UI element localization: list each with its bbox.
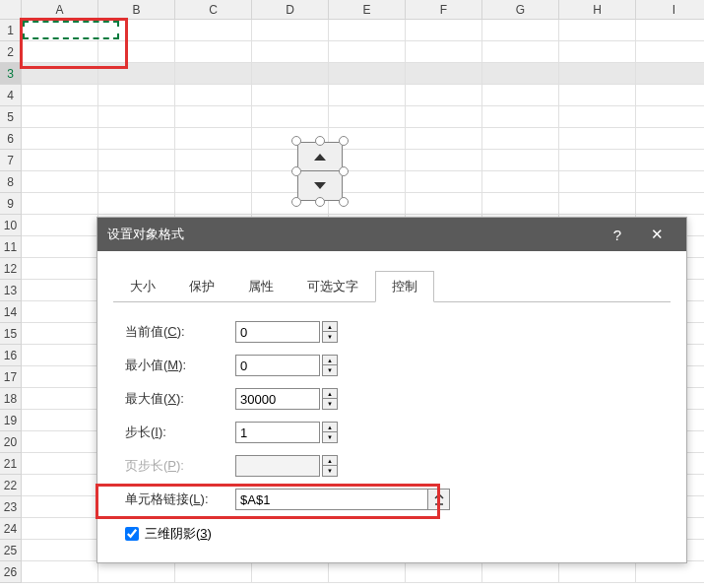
row-header[interactable]: 1 (0, 20, 22, 41)
cell[interactable] (22, 366, 98, 388)
cell[interactable] (482, 171, 559, 193)
resize-handle[interactable] (339, 197, 349, 207)
cell[interactable] (22, 561, 98, 583)
cell[interactable] (406, 106, 482, 128)
cell[interactable] (98, 193, 175, 215)
cell[interactable] (22, 150, 98, 171)
cell[interactable] (482, 561, 559, 583)
cell[interactable] (559, 150, 636, 171)
column-header[interactable]: E (329, 0, 406, 20)
cell[interactable] (175, 41, 252, 63)
row-header[interactable]: 11 (0, 236, 22, 258)
spin-up-icon[interactable]: ▲ (322, 321, 338, 332)
row-header[interactable]: 18 (0, 388, 22, 410)
help-button[interactable]: ? (598, 218, 637, 251)
cell[interactable] (22, 193, 98, 215)
cell[interactable] (636, 150, 704, 171)
row-header[interactable]: 21 (0, 453, 22, 475)
spin-up-icon[interactable]: ▲ (322, 422, 338, 432)
column-header[interactable]: C (175, 0, 252, 20)
spin-down-icon[interactable]: ▼ (322, 432, 338, 443)
cell[interactable] (98, 20, 175, 41)
cell[interactable] (636, 41, 704, 63)
cell[interactable] (22, 518, 98, 540)
column-header[interactable]: F (406, 0, 482, 20)
spinner-up-button[interactable] (297, 142, 343, 171)
cell[interactable] (22, 85, 98, 106)
row-header[interactable]: 22 (0, 475, 22, 496)
row-header[interactable]: 15 (0, 323, 22, 345)
cell[interactable] (22, 215, 98, 236)
cell[interactable] (22, 301, 98, 323)
cell[interactable] (406, 150, 482, 171)
cell[interactable] (406, 63, 482, 85)
cell[interactable] (175, 106, 252, 128)
tab-properties[interactable]: 属性 (231, 271, 290, 302)
cell[interactable] (22, 453, 98, 475)
cell[interactable] (175, 128, 252, 150)
cell[interactable] (636, 63, 704, 85)
column-header[interactable]: H (559, 0, 636, 20)
current-value-input[interactable] (235, 321, 320, 343)
resize-handle[interactable] (291, 136, 301, 146)
resize-handle[interactable] (315, 136, 325, 146)
spin-down-icon[interactable]: ▼ (322, 399, 338, 410)
tab-size[interactable]: 大小 (113, 271, 172, 302)
cell[interactable] (175, 150, 252, 171)
cell[interactable] (22, 496, 98, 518)
row-header[interactable]: 7 (0, 150, 22, 171)
cell[interactable] (22, 63, 98, 85)
cell[interactable] (482, 150, 559, 171)
column-header[interactable]: I (636, 0, 704, 20)
cell[interactable] (22, 388, 98, 410)
resize-handle[interactable] (291, 197, 301, 207)
cell[interactable] (406, 193, 482, 215)
range-selector-button[interactable] (428, 489, 450, 510)
cell[interactable] (406, 171, 482, 193)
cell[interactable] (482, 106, 559, 128)
cell[interactable] (22, 258, 98, 280)
cell[interactable] (482, 63, 559, 85)
cell[interactable] (98, 63, 175, 85)
cell[interactable] (636, 106, 704, 128)
cell[interactable] (636, 171, 704, 193)
cell[interactable] (406, 41, 482, 63)
row-header[interactable]: 4 (0, 85, 22, 106)
row-header[interactable]: 2 (0, 41, 22, 63)
cell[interactable] (406, 85, 482, 106)
resize-handle[interactable] (339, 166, 349, 176)
cell[interactable] (22, 345, 98, 366)
cell[interactable] (406, 561, 482, 583)
dialog-titlebar[interactable]: 设置对象格式 ? ✕ (97, 218, 686, 251)
cell[interactable] (175, 561, 252, 583)
step-value-input[interactable] (235, 422, 320, 443)
cell[interactable] (482, 20, 559, 41)
row-header[interactable]: 17 (0, 366, 22, 388)
cell[interactable] (482, 193, 559, 215)
cell[interactable] (329, 106, 406, 128)
row-header[interactable]: 25 (0, 540, 22, 561)
max-value-input[interactable] (235, 388, 320, 410)
row-header[interactable]: 26 (0, 561, 22, 583)
cell[interactable] (636, 193, 704, 215)
cell[interactable] (636, 85, 704, 106)
spin-up-icon[interactable]: ▲ (322, 355, 338, 365)
tab-alttext[interactable]: 可选文字 (290, 271, 375, 302)
min-value-input[interactable] (235, 355, 320, 376)
cell[interactable] (22, 106, 98, 128)
row-header[interactable]: 16 (0, 345, 22, 366)
cell[interactable] (559, 128, 636, 150)
resize-handle[interactable] (291, 166, 301, 176)
row-header[interactable]: 5 (0, 106, 22, 128)
cell[interactable] (636, 20, 704, 41)
cell[interactable] (559, 41, 636, 63)
cell[interactable] (22, 171, 98, 193)
spin-down-icon[interactable]: ▼ (322, 332, 338, 343)
cell[interactable] (329, 20, 406, 41)
cell[interactable] (175, 85, 252, 106)
row-header[interactable]: 23 (0, 496, 22, 518)
cell[interactable] (559, 561, 636, 583)
cell[interactable] (22, 41, 98, 63)
cell[interactable] (406, 20, 482, 41)
cell[interactable] (252, 63, 329, 85)
